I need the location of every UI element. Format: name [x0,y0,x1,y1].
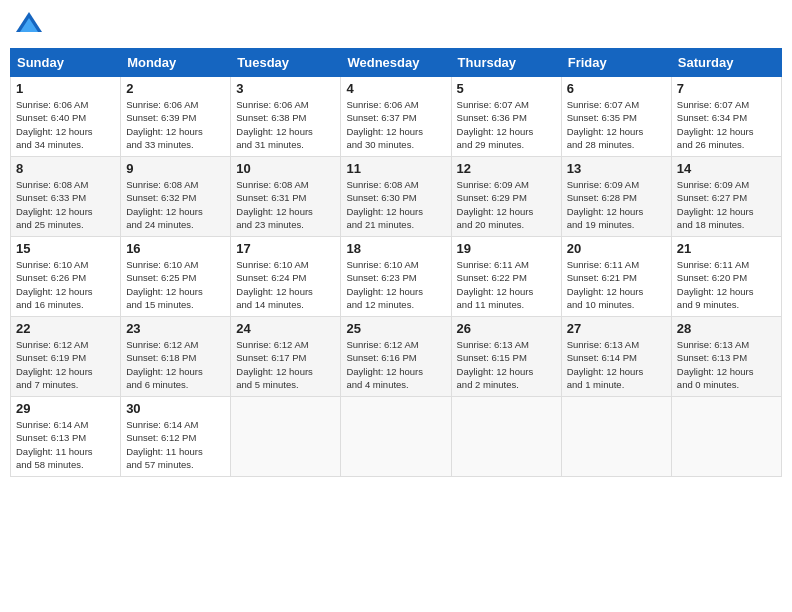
calendar-cell: 14 Sunrise: 6:09 AM Sunset: 6:27 PM Dayl… [671,157,781,237]
calendar-cell: 11 Sunrise: 6:08 AM Sunset: 6:30 PM Dayl… [341,157,451,237]
calendar-week-3: 15 Sunrise: 6:10 AM Sunset: 6:26 PM Dayl… [11,237,782,317]
calendar-cell: 23 Sunrise: 6:12 AM Sunset: 6:18 PM Dayl… [121,317,231,397]
day-number: 16 [126,241,225,256]
calendar-cell: 18 Sunrise: 6:10 AM Sunset: 6:23 PM Dayl… [341,237,451,317]
day-header-friday: Friday [561,49,671,77]
day-number: 9 [126,161,225,176]
day-info: Sunrise: 6:08 AM Sunset: 6:33 PM Dayligh… [16,179,93,230]
day-number: 19 [457,241,556,256]
calendar-week-4: 22 Sunrise: 6:12 AM Sunset: 6:19 PM Dayl… [11,317,782,397]
day-info: Sunrise: 6:09 AM Sunset: 6:27 PM Dayligh… [677,179,754,230]
calendar-cell: 19 Sunrise: 6:11 AM Sunset: 6:22 PM Dayl… [451,237,561,317]
calendar-cell: 27 Sunrise: 6:13 AM Sunset: 6:14 PM Dayl… [561,317,671,397]
calendar-cell: 9 Sunrise: 6:08 AM Sunset: 6:32 PM Dayli… [121,157,231,237]
day-info: Sunrise: 6:14 AM Sunset: 6:12 PM Dayligh… [126,419,203,470]
page-header [10,10,782,40]
calendar-cell: 13 Sunrise: 6:09 AM Sunset: 6:28 PM Dayl… [561,157,671,237]
calendar-cell [671,397,781,477]
day-header-thursday: Thursday [451,49,561,77]
day-info: Sunrise: 6:12 AM Sunset: 6:17 PM Dayligh… [236,339,313,390]
day-info: Sunrise: 6:11 AM Sunset: 6:21 PM Dayligh… [567,259,644,310]
calendar-cell [231,397,341,477]
day-header-sunday: Sunday [11,49,121,77]
day-info: Sunrise: 6:10 AM Sunset: 6:24 PM Dayligh… [236,259,313,310]
day-info: Sunrise: 6:13 AM Sunset: 6:15 PM Dayligh… [457,339,534,390]
calendar-header-row: SundayMondayTuesdayWednesdayThursdayFrid… [11,49,782,77]
day-info: Sunrise: 6:07 AM Sunset: 6:34 PM Dayligh… [677,99,754,150]
day-number: 13 [567,161,666,176]
day-info: Sunrise: 6:06 AM Sunset: 6:38 PM Dayligh… [236,99,313,150]
day-info: Sunrise: 6:06 AM Sunset: 6:37 PM Dayligh… [346,99,423,150]
day-header-tuesday: Tuesday [231,49,341,77]
day-number: 20 [567,241,666,256]
day-number: 5 [457,81,556,96]
day-number: 23 [126,321,225,336]
calendar-cell: 12 Sunrise: 6:09 AM Sunset: 6:29 PM Dayl… [451,157,561,237]
day-info: Sunrise: 6:10 AM Sunset: 6:26 PM Dayligh… [16,259,93,310]
calendar-cell: 7 Sunrise: 6:07 AM Sunset: 6:34 PM Dayli… [671,77,781,157]
day-info: Sunrise: 6:12 AM Sunset: 6:19 PM Dayligh… [16,339,93,390]
day-info: Sunrise: 6:10 AM Sunset: 6:23 PM Dayligh… [346,259,423,310]
day-number: 1 [16,81,115,96]
day-number: 21 [677,241,776,256]
day-number: 15 [16,241,115,256]
day-header-saturday: Saturday [671,49,781,77]
calendar-cell: 8 Sunrise: 6:08 AM Sunset: 6:33 PM Dayli… [11,157,121,237]
calendar-cell: 10 Sunrise: 6:08 AM Sunset: 6:31 PM Dayl… [231,157,341,237]
day-info: Sunrise: 6:13 AM Sunset: 6:13 PM Dayligh… [677,339,754,390]
calendar-week-5: 29 Sunrise: 6:14 AM Sunset: 6:13 PM Dayl… [11,397,782,477]
day-number: 25 [346,321,445,336]
day-info: Sunrise: 6:07 AM Sunset: 6:35 PM Dayligh… [567,99,644,150]
calendar-cell: 4 Sunrise: 6:06 AM Sunset: 6:37 PM Dayli… [341,77,451,157]
calendar-cell: 17 Sunrise: 6:10 AM Sunset: 6:24 PM Dayl… [231,237,341,317]
calendar-cell: 25 Sunrise: 6:12 AM Sunset: 6:16 PM Dayl… [341,317,451,397]
calendar-cell: 28 Sunrise: 6:13 AM Sunset: 6:13 PM Dayl… [671,317,781,397]
day-info: Sunrise: 6:09 AM Sunset: 6:29 PM Dayligh… [457,179,534,230]
day-number: 8 [16,161,115,176]
day-header-monday: Monday [121,49,231,77]
day-number: 18 [346,241,445,256]
day-number: 24 [236,321,335,336]
calendar-cell [341,397,451,477]
day-number: 6 [567,81,666,96]
calendar-cell: 3 Sunrise: 6:06 AM Sunset: 6:38 PM Dayli… [231,77,341,157]
day-number: 3 [236,81,335,96]
day-info: Sunrise: 6:08 AM Sunset: 6:30 PM Dayligh… [346,179,423,230]
day-number: 26 [457,321,556,336]
day-number: 12 [457,161,556,176]
day-number: 10 [236,161,335,176]
day-info: Sunrise: 6:09 AM Sunset: 6:28 PM Dayligh… [567,179,644,230]
day-number: 30 [126,401,225,416]
day-number: 7 [677,81,776,96]
day-number: 28 [677,321,776,336]
calendar-cell: 22 Sunrise: 6:12 AM Sunset: 6:19 PM Dayl… [11,317,121,397]
calendar-cell: 15 Sunrise: 6:10 AM Sunset: 6:26 PM Dayl… [11,237,121,317]
day-number: 22 [16,321,115,336]
day-number: 14 [677,161,776,176]
day-info: Sunrise: 6:12 AM Sunset: 6:16 PM Dayligh… [346,339,423,390]
calendar-cell: 5 Sunrise: 6:07 AM Sunset: 6:36 PM Dayli… [451,77,561,157]
calendar-cell [451,397,561,477]
day-number: 4 [346,81,445,96]
day-number: 17 [236,241,335,256]
calendar-cell: 1 Sunrise: 6:06 AM Sunset: 6:40 PM Dayli… [11,77,121,157]
logo-icon [14,10,44,40]
day-info: Sunrise: 6:12 AM Sunset: 6:18 PM Dayligh… [126,339,203,390]
day-info: Sunrise: 6:08 AM Sunset: 6:31 PM Dayligh… [236,179,313,230]
day-number: 2 [126,81,225,96]
calendar-cell: 16 Sunrise: 6:10 AM Sunset: 6:25 PM Dayl… [121,237,231,317]
calendar-table: SundayMondayTuesdayWednesdayThursdayFrid… [10,48,782,477]
day-info: Sunrise: 6:08 AM Sunset: 6:32 PM Dayligh… [126,179,203,230]
day-info: Sunrise: 6:13 AM Sunset: 6:14 PM Dayligh… [567,339,644,390]
calendar-cell: 29 Sunrise: 6:14 AM Sunset: 6:13 PM Dayl… [11,397,121,477]
day-header-wednesday: Wednesday [341,49,451,77]
day-info: Sunrise: 6:06 AM Sunset: 6:39 PM Dayligh… [126,99,203,150]
calendar-week-2: 8 Sunrise: 6:08 AM Sunset: 6:33 PM Dayli… [11,157,782,237]
calendar-cell: 2 Sunrise: 6:06 AM Sunset: 6:39 PM Dayli… [121,77,231,157]
day-info: Sunrise: 6:07 AM Sunset: 6:36 PM Dayligh… [457,99,534,150]
day-info: Sunrise: 6:14 AM Sunset: 6:13 PM Dayligh… [16,419,93,470]
day-number: 11 [346,161,445,176]
calendar-cell: 30 Sunrise: 6:14 AM Sunset: 6:12 PM Dayl… [121,397,231,477]
day-number: 29 [16,401,115,416]
day-info: Sunrise: 6:06 AM Sunset: 6:40 PM Dayligh… [16,99,93,150]
